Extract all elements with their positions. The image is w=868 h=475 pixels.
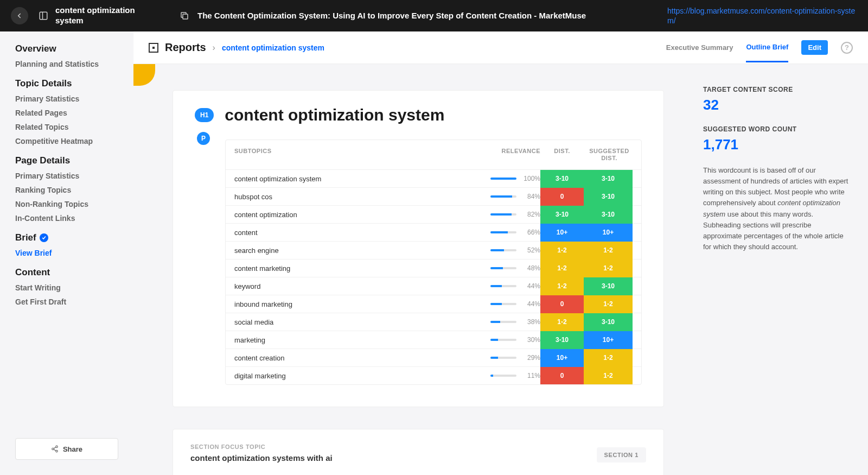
col-dist: DIST. <box>540 148 584 162</box>
target-score-label: TARGET CONTENT SCORE <box>703 86 850 93</box>
cell-relevance: 44% <box>475 300 540 308</box>
cell-dist: 3-10 <box>540 206 584 224</box>
svg-point-5 <box>56 450 58 452</box>
chevron-right-icon: › <box>213 43 215 53</box>
cell-sugg-dist: 1-2 <box>584 367 633 385</box>
cell-dist: 0 <box>540 188 584 206</box>
section-number-badge: SECTION 1 <box>597 447 646 463</box>
cell-dist: 1-2 <box>540 277 584 295</box>
back-button[interactable] <box>11 7 28 24</box>
subtopics-table: SUBTOPICS RELEVANCE DIST. SUGGESTED DIST… <box>225 140 642 385</box>
sidebar-item[interactable]: Competitive Heatmap <box>15 137 118 145</box>
page-url[interactable]: https://blog.marketmuse.com/content-opti… <box>667 6 857 26</box>
cell-subtopic: inbound marketing <box>234 300 475 308</box>
cell-dist: 3-10 <box>540 331 584 349</box>
cell-subtopic: search engine <box>234 246 475 255</box>
breadcrumb-link[interactable]: content optimization system <box>222 43 324 52</box>
query-title: content optimization system <box>55 5 164 26</box>
col-subtopics: SUBTOPICS <box>234 148 475 162</box>
svg-rect-2 <box>183 14 188 19</box>
cell-relevance: 100% <box>475 175 540 182</box>
word-count-description: This wordcount is is based off of our as… <box>703 165 850 252</box>
sidebar-heading: Topic Details <box>15 78 118 89</box>
cell-sugg-dist: 10+ <box>584 331 633 349</box>
cell-dist: 3-10 <box>540 170 584 188</box>
sidebar-item[interactable]: Ranking Topics <box>15 186 118 194</box>
sidebar-item[interactable]: In-Content Links <box>15 214 118 223</box>
sidebar: OverviewPlanning and StatisticsTopic Det… <box>0 31 133 475</box>
cell-subtopic: content optimization system <box>234 175 475 183</box>
reports-label: Reports <box>165 41 206 54</box>
table-row[interactable]: digital marketing11%01-2 <box>226 366 641 384</box>
main-header: Reports › content optimization system Ex… <box>133 31 868 64</box>
sidebar-item[interactable]: Related Topics <box>15 123 118 131</box>
cell-subtopic: hubspot cos <box>234 193 475 201</box>
table-row[interactable]: hubspot cos84%03-10 <box>226 187 641 205</box>
table-row[interactable]: marketing30%3-1010+ <box>226 331 641 349</box>
sidebar-item[interactable]: Related Pages <box>15 109 118 117</box>
table-row[interactable]: keyword44%1-23-10 <box>226 277 641 295</box>
table-row[interactable]: content creation29%10+1-2 <box>226 349 641 366</box>
table-row[interactable]: content optimization system100%3-103-10 <box>226 169 641 187</box>
cell-sugg-dist: 3-10 <box>584 277 633 295</box>
cell-dist: 10+ <box>540 224 584 242</box>
edit-button[interactable]: Edit <box>801 40 828 55</box>
table-row[interactable]: content66%10+10+ <box>226 223 641 241</box>
heading-card: H1 content optimization system P SUBTOPI… <box>173 90 664 407</box>
cell-dist: 0 <box>540 295 584 313</box>
col-relevance: RELEVANCE <box>475 148 540 162</box>
tab-outline-brief[interactable]: Outline Brief <box>746 43 788 62</box>
table-row[interactable]: search engine52%1-21-2 <box>226 241 641 259</box>
sidebar-item[interactable]: Planning and Statistics <box>15 60 118 68</box>
panel-icon[interactable] <box>38 10 49 21</box>
arrow-left-icon <box>16 12 23 20</box>
cell-relevance: 30% <box>475 336 540 344</box>
help-icon[interactable]: ? <box>841 42 853 54</box>
cell-dist: 1-2 <box>540 259 584 277</box>
col-sugg-dist: SUGGESTED DIST. <box>584 148 633 162</box>
p-badge: P <box>197 132 210 145</box>
sidebar-item[interactable]: View Brief <box>15 249 118 257</box>
cell-subtopic: content marketing <box>234 264 475 273</box>
top-bar: content optimization system The Content … <box>0 0 868 31</box>
table-row[interactable]: content marketing48%1-21-2 <box>226 259 641 277</box>
section-focus-title: content optimization systems with ai <box>190 453 333 463</box>
share-button[interactable]: Share <box>15 438 118 460</box>
copy-icon[interactable] <box>179 11 190 21</box>
table-row[interactable]: content optimization82%3-103-10 <box>226 205 641 223</box>
tab-executive-summary[interactable]: Executive Summary <box>666 43 733 52</box>
svg-rect-0 <box>40 12 47 20</box>
cell-sugg-dist: 1-2 <box>584 295 633 313</box>
h1-text: content optimization system <box>225 106 444 124</box>
cell-relevance: 66% <box>475 229 540 236</box>
share-label: Share <box>63 445 82 453</box>
cell-dist: 0 <box>540 367 584 385</box>
table-row[interactable]: social media38%1-23-10 <box>226 313 641 331</box>
cell-relevance: 84% <box>475 193 540 200</box>
svg-line-6 <box>54 447 56 448</box>
cell-dist: 10+ <box>540 349 584 367</box>
main-content: Reports › content optimization system Ex… <box>133 31 868 475</box>
cell-relevance: 38% <box>475 318 540 326</box>
sidebar-item[interactable]: Get First Draft <box>15 297 118 306</box>
sidebar-heading: Brief <box>15 232 118 243</box>
cell-sugg-dist: 3-10 <box>584 313 633 331</box>
decoration-corner <box>133 64 155 86</box>
table-row[interactable]: inbound marketing44%01-2 <box>226 295 641 313</box>
check-badge-icon <box>40 233 48 242</box>
section-focus-label: SECTION FOCUS TOPIC <box>190 444 333 450</box>
word-count-value: 1,771 <box>703 136 850 153</box>
cell-relevance: 82% <box>475 211 540 218</box>
cell-subtopic: marketing <box>234 336 475 344</box>
sidebar-item[interactable]: Non-Ranking Topics <box>15 200 118 208</box>
sidebar-heading: Page Details <box>15 155 118 166</box>
cell-subtopic: digital marketing <box>234 372 475 380</box>
word-count-label: SUGGESTED WORD COUNT <box>703 125 850 133</box>
svg-point-4 <box>52 448 54 450</box>
sidebar-item[interactable]: Primary Statistics <box>15 94 118 103</box>
sidebar-item[interactable]: Start Writing <box>15 283 118 292</box>
section-card: SECTION FOCUS TOPIC content optimization… <box>173 429 664 475</box>
cell-sugg-dist: 3-10 <box>584 188 633 206</box>
cell-dist: 1-2 <box>540 242 584 259</box>
sidebar-item[interactable]: Primary Statistics <box>15 172 118 180</box>
